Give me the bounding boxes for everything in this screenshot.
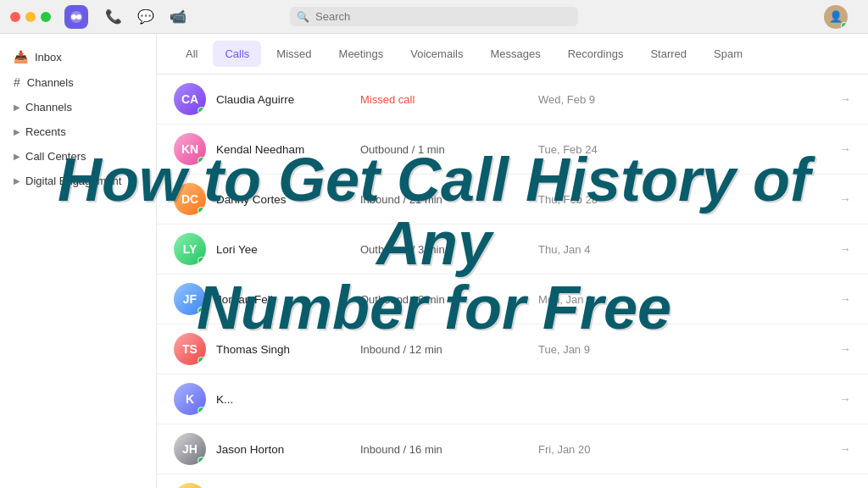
- svg-point-2: [76, 14, 81, 19]
- inbox-icon: 📥: [14, 50, 28, 64]
- call-date: Wed, Feb 9: [538, 93, 839, 106]
- tab-calls[interactable]: Calls: [213, 41, 261, 67]
- user-status-indicator: [198, 207, 205, 214]
- tab-spam[interactable]: Spam: [702, 41, 754, 67]
- user-avatar[interactable]: 👤: [824, 5, 848, 29]
- table-row[interactable]: CA Claudia Aguirre Missed call Wed, Feb …: [157, 75, 868, 125]
- chevron-right-icon: ▶: [14, 127, 20, 136]
- avatar-initials: 👤: [829, 10, 843, 23]
- sidebar-channels-label: Channels: [25, 101, 72, 114]
- sidebar-item-inbox[interactable]: 📥 Inbox: [0, 44, 156, 69]
- chevron-right-icon: ▶: [14, 103, 20, 112]
- call-date: Mon, Jan 8: [538, 293, 839, 306]
- avatar: C: [174, 483, 206, 488]
- tab-bar: All Calls Missed Meetings Voicemails Mes…: [157, 34, 868, 75]
- arrow-right-icon: →: [839, 342, 851, 356]
- window-controls: [10, 12, 51, 22]
- arrow-right-icon: →: [839, 142, 851, 156]
- sidebar: 📥 Inbox # Channels ▶ Channels ▶ Recents …: [0, 34, 157, 488]
- user-status-indicator: [198, 307, 205, 314]
- table-row[interactable]: DC Danny Cortes Inbound / 21 min Thu, Fe…: [157, 175, 868, 225]
- caller-name: Jason Horton: [216, 443, 360, 456]
- table-row[interactable]: JF Jordan Fell Outbound / 6 min Mon, Jan…: [157, 274, 868, 324]
- caller-name: Lori Yee: [216, 243, 360, 256]
- maximize-button[interactable]: [41, 12, 51, 22]
- minimize-button[interactable]: [25, 12, 36, 22]
- avatar: LY: [174, 233, 206, 265]
- call-date: Tue, Jan 9: [538, 343, 839, 356]
- arrow-right-icon: →: [839, 192, 851, 206]
- phone-icon[interactable]: 📞: [105, 8, 122, 25]
- user-status-indicator: [198, 457, 205, 464]
- titlebar: 📞 💬 📹 🔍 👤: [0, 0, 868, 34]
- sidebar-digital-label: Digital Engagement: [25, 175, 121, 187]
- chat-icon[interactable]: 💬: [137, 8, 154, 25]
- tab-starred[interactable]: Starred: [638, 41, 698, 67]
- sidebar-item-channels[interactable]: ▶ Channels: [0, 95, 156, 119]
- call-date: Thu, Feb 28: [538, 193, 839, 206]
- user-status-indicator: [198, 257, 205, 264]
- table-row[interactable]: C Chr... Tue, →: [157, 474, 868, 488]
- sidebar-item-recents[interactable]: ▶ Recents: [0, 119, 156, 144]
- avatar: CA: [174, 83, 206, 115]
- call-detail: Missed call: [360, 93, 538, 106]
- sidebar-item-inbox-label: Inbox: [35, 51, 62, 64]
- app-logo: [64, 5, 88, 29]
- search-input[interactable]: [290, 7, 578, 26]
- chevron-right-icon: ▶: [14, 176, 20, 186]
- arrow-right-icon: →: [839, 242, 851, 256]
- avatar: DC: [174, 183, 206, 215]
- search-icon: 🔍: [297, 11, 309, 23]
- call-detail: Outbound / 6 min: [360, 293, 538, 306]
- avatar: JF: [174, 283, 206, 315]
- sidebar-item-channels-main[interactable]: # Channels: [0, 69, 156, 95]
- call-detail: Inbound / 16 min: [360, 443, 538, 456]
- arrow-right-icon: →: [839, 442, 851, 456]
- tab-voicemails[interactable]: Voicemails: [398, 41, 475, 67]
- user-status-indicator: [841, 22, 848, 29]
- avatar: KN: [174, 133, 206, 165]
- sidebar-item-call-centers[interactable]: ▶ Call Centers: [0, 144, 156, 169]
- search-bar[interactable]: 🔍: [290, 7, 578, 26]
- user-status-indicator: [198, 107, 205, 114]
- sidebar-recents-label: Recents: [25, 125, 66, 138]
- titlebar-action-icons: 📞 💬 📹: [105, 8, 186, 25]
- main-panel: All Calls Missed Meetings Voicemails Mes…: [157, 34, 868, 488]
- caller-name: Claudia Aguirre: [216, 93, 360, 106]
- tab-meetings[interactable]: Meetings: [327, 41, 396, 67]
- call-detail: Outbound / 1 min: [360, 143, 538, 156]
- avatar: K: [174, 383, 206, 415]
- sidebar-call-centers-label: Call Centers: [25, 150, 86, 163]
- caller-name: Danny Cortes: [216, 193, 360, 206]
- hash-icon: #: [14, 75, 20, 89]
- caller-name: Thomas Singh: [216, 343, 360, 356]
- call-list: CA Claudia Aguirre Missed call Wed, Feb …: [157, 75, 868, 488]
- call-date: Tue, Feb 24: [538, 143, 839, 156]
- avatar: TS: [174, 333, 206, 365]
- table-row[interactable]: K K... →: [157, 374, 868, 424]
- tab-messages[interactable]: Messages: [478, 41, 552, 67]
- table-row[interactable]: LY Lori Yee Outbound / 3 min Thu, Jan 4 …: [157, 225, 868, 274]
- sidebar-item-digital-engagement[interactable]: ▶ Digital Engagement: [0, 169, 156, 193]
- tab-all[interactable]: All: [174, 41, 209, 67]
- caller-name: Kendal Needham: [216, 143, 360, 156]
- caller-name: K...: [216, 393, 360, 406]
- table-row[interactable]: KN Kendal Needham Outbound / 1 min Tue, …: [157, 125, 868, 175]
- close-button[interactable]: [10, 12, 20, 22]
- call-date: Fri, Jan 20: [538, 443, 839, 456]
- tab-missed[interactable]: Missed: [264, 41, 323, 67]
- chevron-right-icon: ▶: [14, 152, 20, 161]
- table-row[interactable]: TS Thomas Singh Inbound / 12 min Tue, Ja…: [157, 324, 868, 374]
- sidebar-item-channels-label: Channels: [27, 76, 74, 89]
- video-icon[interactable]: 📹: [170, 8, 186, 25]
- table-row[interactable]: JH Jason Horton Inbound / 16 min Fri, Ja…: [157, 424, 868, 474]
- call-detail: Outbound / 3 min: [360, 243, 538, 256]
- arrow-right-icon: →: [839, 92, 851, 106]
- tab-recordings[interactable]: Recordings: [556, 41, 636, 67]
- app-body: 📥 Inbox # Channels ▶ Channels ▶ Recents …: [0, 34, 868, 488]
- call-date: Thu, Jan 4: [538, 243, 839, 256]
- caller-name: Jordan Fell: [216, 293, 360, 306]
- arrow-right-icon: →: [839, 292, 851, 306]
- svg-point-1: [71, 14, 76, 19]
- user-status-indicator: [198, 357, 205, 364]
